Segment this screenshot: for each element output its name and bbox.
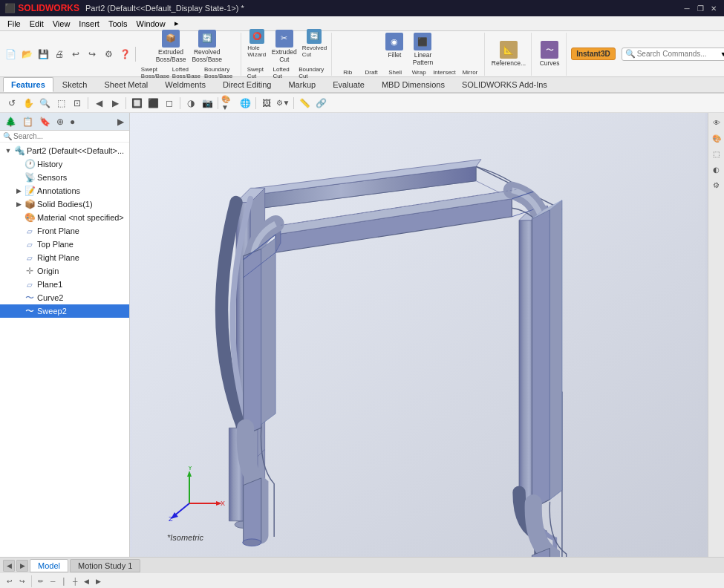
tree-item-part2[interactable]: ▼ 🔩 Part2 (Default<<Default>...	[0, 144, 129, 157]
extruded-cut-button[interactable]: ✂ ExtrudedCut	[270, 28, 299, 65]
tree-item-sensors[interactable]: 📡 Sensors	[0, 171, 129, 184]
svg-marker-19	[244, 478, 261, 543]
svg-marker-21	[532, 209, 549, 509]
section-view-btn[interactable]: ◑	[183, 96, 198, 111]
tree-item-curve2[interactable]: 〜 Curve2	[0, 291, 129, 304]
shaded-btn[interactable]: ⬛	[146, 96, 160, 111]
bottom-tab-motion[interactable]: Motion Study 1	[70, 559, 140, 572]
tab-sheet-metal[interactable]: Sheet Metal	[97, 77, 157, 92]
prev-view-btn[interactable]: ◀	[91, 96, 106, 111]
tree-item-material[interactable]: 🎨 Material <not specified>	[0, 211, 129, 224]
cmd-redo-btn[interactable]: ↪	[17, 577, 27, 586]
redo-btn[interactable]: ↪	[85, 47, 100, 62]
tab-weldments[interactable]: Weldments	[157, 77, 214, 92]
nav-prev-btn[interactable]: ◀	[3, 560, 15, 572]
revolved-boss-button[interactable]: 🔄 RevolvedBoss/Base	[189, 28, 224, 65]
main-content: 🌲 📋 🔖 ⊕ ● ▶ 🔍 ▼ 🔩 Part2 (Default<<Defaul…	[0, 113, 724, 557]
draft-button[interactable]: Draft	[360, 68, 382, 76]
help-btn[interactable]: ❓	[117, 47, 132, 62]
coordinate-axes: Y X Z	[167, 466, 226, 527]
open-btn[interactable]: 📂	[19, 47, 34, 62]
save-btn[interactable]: 💾	[36, 47, 50, 62]
rib-button[interactable]: Rib	[336, 68, 359, 76]
mirror-button[interactable]: Mirror	[459, 68, 481, 76]
curves-button[interactable]: 〜 Curves	[536, 39, 563, 68]
cmd-undo-btn[interactable]: ↩	[4, 577, 15, 586]
tree-item-solid-bodies[interactable]: ▶ 📦 Solid Bodies(1)	[0, 197, 129, 211]
bottom-tab-model[interactable]: Model	[30, 559, 68, 572]
cmd-rebuild-btn[interactable]: ✏	[36, 577, 46, 586]
shell-button[interactable]: Shell	[384, 68, 406, 76]
wireframe-btn[interactable]: 🔲	[129, 96, 144, 111]
tree-item-annotations[interactable]: ▶ 📝 Annotations	[0, 184, 129, 197]
extruded-boss-button[interactable]: 📦 ExtrudedBoss/Base	[154, 28, 189, 65]
pan-btn[interactable]: ✋	[21, 96, 36, 111]
print-btn[interactable]: 🖨	[52, 47, 67, 62]
linear-pattern-button[interactable]: ⬛ LinearPattern	[409, 31, 436, 68]
main-toolbar: 📄 📂 💾 🖨 ↩ ↪ ⚙ ❓ 📦 ExtrudedBoss/Base 🔄 Re…	[0, 31, 724, 77]
viewport[interactable]: Y X Z *Isometric	[130, 113, 708, 557]
tab-addins[interactable]: SOLIDWORKS Add-Ins	[454, 77, 555, 92]
tree-item-origin[interactable]: ✛ Origin	[0, 264, 129, 278]
tree-item-history[interactable]: 🕐 History	[0, 157, 129, 171]
tree-icon-btn[interactable]: 🌲	[3, 116, 19, 128]
display-style-btn[interactable]: 🎨▼	[221, 96, 236, 111]
menu-view[interactable]: View	[48, 18, 75, 30]
scene-btn[interactable]: 🌐	[238, 96, 252, 111]
zoom-btn[interactable]: 🔍	[37, 96, 52, 111]
tree-item-front-plane[interactable]: ▱ Front Plane	[0, 224, 129, 238]
undo-btn[interactable]: ↩	[68, 47, 83, 62]
snap-icon-btn[interactable]: ⊕	[54, 116, 66, 128]
search-input[interactable]	[637, 50, 719, 58]
rotate-view-btn[interactable]: ↺	[4, 96, 19, 111]
tree-item-right-plane[interactable]: ▱ Right Plane	[0, 251, 129, 264]
props-icon-btn[interactable]: 📋	[20, 116, 36, 128]
sw-logo: ⬛ SOLIDWORKS	[4, 3, 79, 13]
nav-next-btn[interactable]: ▶	[16, 560, 28, 572]
cmd-separator1: ─	[48, 577, 57, 586]
revolved-cut-button[interactable]: 🔄 RevolvedCut	[301, 28, 328, 65]
tab-sketch[interactable]: Sketch	[54, 77, 96, 92]
search-dropdown-icon[interactable]: ▼	[720, 50, 724, 58]
zoom-box-btn[interactable]: ⬚	[53, 96, 68, 111]
zoom-fit-btn[interactable]: ⊡	[70, 96, 85, 111]
tree-item-sweep2[interactable]: 〜 Sweep2	[0, 304, 129, 318]
intersect-button[interactable]: Intersect	[431, 68, 457, 76]
tab-direct-editing[interactable]: Direct Editing	[215, 77, 279, 92]
snapping-btn[interactable]: 🔗	[313, 96, 328, 111]
tree-item-top-plane[interactable]: ▱ Top Plane	[0, 238, 129, 251]
apply-scene-btn[interactable]: 🖼	[259, 96, 274, 111]
wrap-button[interactable]: Wrap	[408, 68, 430, 76]
cmd-back-btn[interactable]: ◀	[82, 577, 91, 586]
instant3d-button[interactable]: Instant3D	[571, 48, 616, 60]
cmd-forward-btn[interactable]: ▶	[94, 577, 103, 586]
restore-button[interactable]: ❐	[694, 2, 706, 14]
next-view-btn[interactable]: ▶	[108, 96, 123, 111]
options-btn[interactable]: ⚙	[101, 47, 116, 62]
camera-btn[interactable]: 📷	[200, 96, 215, 111]
tab-features[interactable]: Features	[3, 77, 53, 92]
tree-item-plane1[interactable]: ▱ Plane1	[0, 278, 129, 291]
expand-icon-btn[interactable]: ▶	[115, 116, 126, 128]
cmd-grid-btn[interactable]: ┼	[71, 577, 79, 586]
new-btn[interactable]: 📄	[3, 47, 18, 62]
tab-bar: Features Sketch Sheet Metal Weldments Di…	[0, 77, 724, 94]
edges-btn[interactable]: ◻	[162, 96, 177, 111]
menu-file[interactable]: File	[3, 18, 25, 30]
display-icon-btn[interactable]: ●	[68, 116, 77, 128]
menu-insert[interactable]: Insert	[74, 18, 104, 30]
minimize-button[interactable]: ─	[681, 2, 693, 14]
tab-mbd[interactable]: MBD Dimensions	[374, 77, 453, 92]
menu-tools[interactable]: Tools	[104, 18, 132, 30]
tab-evaluate[interactable]: Evaluate	[325, 77, 373, 92]
measure-btn[interactable]: 📏	[297, 96, 312, 111]
tree-search-input[interactable]	[13, 132, 126, 140]
fillet-button[interactable]: ◉ Fillet	[381, 31, 408, 68]
tab-markup[interactable]: Markup	[280, 77, 324, 92]
config-icon-btn[interactable]: 🔖	[37, 116, 53, 128]
menu-edit[interactable]: Edit	[25, 18, 48, 30]
close-button[interactable]: ✕	[708, 2, 720, 14]
hole-wizard-button[interactable]: ⭕ HoleWizard	[246, 28, 268, 65]
reference-button[interactable]: 📐 Reference...	[489, 39, 528, 68]
view-settings-btn[interactable]: ⚙▼	[275, 96, 290, 111]
